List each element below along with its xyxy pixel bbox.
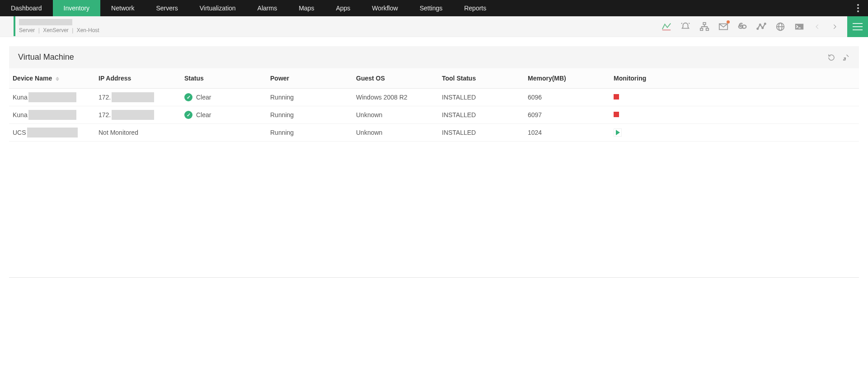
col-monitoring[interactable]: Monitoring	[610, 68, 859, 89]
ip-text: 172.	[99, 111, 111, 119]
col-ip[interactable]: IP Address	[95, 68, 181, 89]
topology-icon[interactable]	[699, 21, 710, 32]
status-ok-icon: ✓	[184, 93, 192, 101]
breadcrumb-seg[interactable]: Server	[19, 27, 35, 33]
breadcrumb-seg[interactable]: Xen-Host	[77, 27, 99, 33]
svg-rect-4	[706, 28, 709, 31]
os-cell: Unknown	[352, 106, 438, 124]
hamburger-menu-button[interactable]	[847, 16, 868, 37]
table-row[interactable]: Kuna172.✓ClearRunningUnknownINSTALLED609…	[9, 106, 859, 124]
nav-item-apps[interactable]: Apps	[325, 0, 361, 16]
memory-cell: 1024	[524, 124, 610, 142]
top-nav: DashboardInventoryNetworkServersVirtuali…	[0, 0, 868, 16]
col-device-name[interactable]: Device Name	[9, 68, 95, 89]
collapse-icon[interactable]	[842, 53, 850, 62]
globe-icon[interactable]	[775, 21, 786, 32]
col-status[interactable]: Status	[181, 68, 267, 89]
col-memory[interactable]: Memory(MB)	[524, 68, 610, 89]
monitoring-stop-icon[interactable]	[614, 94, 619, 100]
svg-point-11	[765, 23, 766, 24]
status-text: Clear	[196, 111, 211, 119]
panel-header: Virtual Machine	[9, 46, 859, 68]
vm-panel: Virtual Machine Device Name IP Address S…	[9, 46, 859, 142]
device-name-redacted	[27, 128, 78, 137]
col-label: Device Name	[13, 75, 52, 82]
chart-icon[interactable]	[661, 21, 672, 32]
ip-redacted	[112, 110, 154, 120]
table-header-row: Device Name IP Address Status Power Gues…	[9, 68, 859, 89]
nav-item-maps[interactable]: Maps	[288, 0, 325, 16]
table-row[interactable]: Kuna172.✓ClearRunningWindows 2008 R2INST…	[9, 89, 859, 106]
breadcrumb-sep: |	[72, 27, 73, 33]
nav-item-reports[interactable]: Reports	[453, 0, 497, 16]
breadcrumb-seg[interactable]: XenServer	[43, 27, 69, 33]
status-text: Clear	[196, 94, 211, 101]
power-cell: Running	[267, 124, 352, 142]
svg-point-10	[762, 27, 763, 28]
svg-rect-3	[700, 28, 703, 31]
col-power[interactable]: Power	[267, 68, 352, 89]
alert-icon[interactable]	[680, 21, 691, 32]
vm-table: Device Name IP Address Status Power Gues…	[9, 68, 859, 142]
device-name-redacted	[28, 110, 76, 120]
accent-bar	[14, 16, 15, 36]
svg-point-8	[757, 28, 758, 29]
status-ok-icon: ✓	[184, 111, 192, 119]
memory-cell: 6096	[524, 89, 610, 106]
power-cell: Running	[267, 89, 352, 106]
device-name-text: Kuna	[13, 94, 28, 101]
tool-status-cell: INSTALLED	[438, 89, 524, 106]
ip-redacted	[112, 92, 154, 102]
prev-arrow-icon[interactable]	[813, 22, 822, 31]
monitoring-start-icon[interactable]	[614, 128, 622, 137]
nav-item-workflow[interactable]: Workflow	[361, 0, 408, 16]
device-name-redacted	[28, 92, 76, 102]
mail-icon[interactable]	[718, 21, 729, 32]
nav-item-servers[interactable]: Servers	[145, 0, 188, 16]
tool-status-cell: INSTALLED	[438, 106, 524, 124]
svg-line-1	[689, 23, 690, 24]
power-cell: Running	[267, 106, 352, 124]
svg-point-9	[760, 24, 761, 25]
memory-cell: 6097	[524, 106, 610, 124]
table-row[interactable]: UCSNot MonitoredRunningUnknownINSTALLED1…	[9, 124, 859, 142]
page-title-redacted	[19, 19, 72, 25]
terminal-icon[interactable]	[794, 21, 805, 32]
nav-item-settings[interactable]: Settings	[409, 0, 454, 16]
os-cell: Windows 2008 R2	[352, 89, 438, 106]
tool-status-cell: INSTALLED	[438, 124, 524, 142]
nav-item-network[interactable]: Network	[100, 0, 145, 16]
device-name-text: Kuna	[13, 111, 28, 119]
col-os[interactable]: Guest OS	[352, 68, 438, 89]
refresh-icon[interactable]	[827, 53, 835, 62]
nav-item-alarms[interactable]: Alarms	[247, 0, 288, 16]
ip-text: 172.	[99, 94, 111, 101]
svg-rect-2	[703, 23, 706, 25]
activity-icon[interactable]	[756, 21, 767, 32]
svg-rect-15	[795, 24, 803, 30]
notification-dot	[727, 20, 730, 24]
link-icon[interactable]	[737, 21, 748, 32]
sub-header: Server | XenServer | Xen-Host	[0, 16, 868, 37]
device-name-text: UCS	[13, 129, 26, 136]
panel-title: Virtual Machine	[18, 52, 74, 62]
nav-item-virtualization[interactable]: Virtualization	[189, 0, 247, 16]
kebab-menu-icon[interactable]	[854, 0, 862, 16]
svg-line-0	[681, 23, 682, 24]
col-tool[interactable]: Tool Status	[438, 68, 524, 89]
footer-divider	[9, 277, 859, 278]
ip-text: Not Monitored	[99, 129, 138, 136]
monitoring-stop-icon[interactable]	[614, 112, 619, 117]
nav-item-dashboard[interactable]: Dashboard	[0, 0, 53, 16]
breadcrumb: Server | XenServer | Xen-Host	[19, 27, 99, 33]
os-cell: Unknown	[352, 124, 438, 142]
breadcrumb-sep: |	[38, 27, 40, 33]
sort-icon[interactable]	[56, 77, 59, 81]
next-arrow-icon[interactable]	[830, 22, 839, 31]
nav-item-inventory[interactable]: Inventory	[53, 0, 101, 16]
